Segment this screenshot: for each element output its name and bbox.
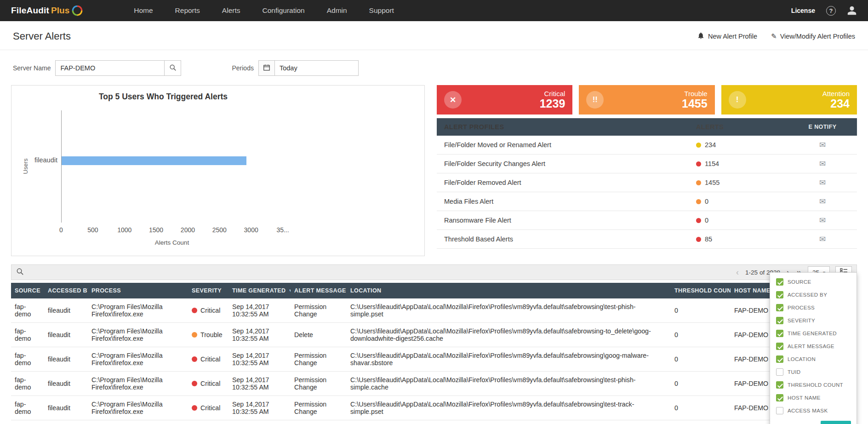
checkbox[interactable]: [776, 278, 783, 286]
cell-severity: Critical: [188, 347, 228, 372]
column-header-accessed-by[interactable]: ACCESSED BY: [44, 283, 88, 298]
notify-envelope-icon[interactable]: ✉: [819, 160, 826, 168]
column-header-time-generated[interactable]: TIME GENERATED▼: [228, 283, 291, 298]
brand-swoosh-icon: [71, 5, 83, 17]
cell-process: C:\Program Files\Mozilla Firefox\firefox…: [88, 347, 188, 372]
column-header-severity[interactable]: SEVERITY: [188, 283, 228, 298]
checkbox[interactable]: [776, 368, 783, 376]
checkbox[interactable]: [776, 330, 783, 337]
alert-count: 234: [705, 141, 716, 149]
checkbox[interactable]: [776, 317, 783, 324]
checkbox[interactable]: [776, 407, 783, 414]
table-row[interactable]: fap-demo fileaudit C:\Program Files\Mozi…: [11, 372, 857, 396]
server-name-input[interactable]: [55, 60, 165, 76]
main-menu: Home Reports Alerts Configuration Admin …: [134, 6, 394, 15]
column-option[interactable]: ALERT MESSAGE: [770, 340, 857, 353]
license-button[interactable]: License: [791, 7, 815, 14]
column-header-threshold-count[interactable]: THRESHOLD COUNT: [671, 283, 731, 298]
notify-envelope-icon[interactable]: ✉: [819, 141, 826, 149]
grid-search-icon[interactable]: [16, 268, 24, 277]
column-option[interactable]: ACCESSED BY: [770, 288, 857, 301]
trouble-card[interactable]: !! Trouble 1455: [579, 85, 714, 115]
checkbox[interactable]: [776, 394, 783, 401]
notify-envelope-icon[interactable]: ✉: [819, 216, 826, 225]
chart-x-tick: 500: [87, 226, 98, 234]
cell-threshold-count: 0: [671, 323, 731, 347]
help-icon[interactable]: ?: [826, 6, 836, 16]
cell-location: C:\Users\fileaudit\AppData\Local\Mozilla…: [347, 372, 671, 396]
checkbox-label: ACCESSED BY: [788, 292, 827, 298]
cell-alert-message: Permission Change: [291, 372, 347, 396]
card-label: Trouble: [682, 90, 708, 97]
table-row[interactable]: fap-demo fileaudit C:\Program Files\Mozi…: [11, 347, 857, 372]
checkbox-label: PROCESS: [788, 305, 815, 310]
profile-row[interactable]: File/Folder Moved or Renamed Alert 234 ✉: [437, 136, 857, 155]
checkbox[interactable]: [776, 381, 783, 389]
right-column: ✕ Critical 1239 !! Trouble 1455 ! Attent…: [437, 85, 857, 249]
column-option[interactable]: TIME GENERATED: [770, 327, 857, 340]
user-icon[interactable]: [847, 6, 857, 16]
notify-envelope-icon[interactable]: ✉: [819, 235, 826, 244]
profile-row[interactable]: Ransomware File Alert 0 ✉: [437, 211, 857, 230]
pagination-prev-button[interactable]: ‹: [735, 268, 740, 276]
page-title: Server Alerts: [13, 30, 71, 42]
table-row[interactable]: fap-demo fileaudit C:\Program Files\Mozi…: [11, 396, 857, 420]
table-row[interactable]: fap-demo fileaudit C:\Program Files\Mozi…: [11, 323, 857, 347]
view-modify-profiles-button[interactable]: ✎ View/Modify Alert Profiles: [771, 32, 855, 40]
server-search-button[interactable]: [165, 60, 181, 76]
column-header-source[interactable]: SOURCE: [11, 283, 44, 298]
alert-count: 0: [705, 217, 708, 224]
periods-input[interactable]: [275, 60, 359, 76]
alert-profiles-header: ALERT PROFILES ALERTS E NOTIFY: [437, 118, 857, 136]
column-option[interactable]: SEVERITY: [770, 314, 857, 327]
profile-row[interactable]: File/Folder Removed Alert 1455 ✉: [437, 173, 857, 192]
nav-item-configuration[interactable]: Configuration: [262, 6, 304, 15]
calendar-button[interactable]: [258, 60, 275, 76]
checkbox[interactable]: [776, 355, 783, 363]
chart-x-tick: 3000: [244, 226, 258, 234]
checkbox[interactable]: [776, 304, 783, 311]
column-header-process[interactable]: PROCESS: [88, 283, 188, 298]
content-row: Top 5 Users Who Triggered Alerts Users f…: [0, 83, 868, 256]
nav-item-reports[interactable]: Reports: [175, 6, 200, 15]
profile-row[interactable]: Media Files Alert 0 ✉: [437, 192, 857, 211]
checkbox[interactable]: [776, 291, 783, 298]
checkbox-label: ACCESS MASK: [788, 408, 828, 413]
profile-row[interactable]: Threshold Based Alerts 85 ✉: [437, 230, 857, 249]
alert-count-dot: [696, 218, 701, 223]
critical-card[interactable]: ✕ Critical 1239: [437, 85, 572, 115]
column-option[interactable]: SOURCE: [770, 275, 857, 288]
notify-envelope-icon[interactable]: ✉: [819, 197, 826, 206]
cell-alert-message: Permission Change: [291, 396, 347, 420]
apply-columns-button[interactable]: [821, 421, 851, 424]
severity-dot: [192, 332, 197, 338]
fileaudit-logo[interactable]: FileAudit Plus: [11, 5, 83, 17]
alert-count: 85: [705, 235, 712, 243]
column-header-location[interactable]: LOCATION: [347, 283, 671, 298]
cell-process: C:\Program Files\Mozilla Firefox\firefox…: [88, 396, 188, 420]
brand-suffix: Plus: [51, 6, 69, 16]
profile-row[interactable]: File/Folder Security Changes Alert 1154 …: [437, 155, 857, 173]
cell-threshold-count: 0: [671, 347, 731, 372]
column-option[interactable]: THRESHOLD COUNT: [770, 378, 857, 391]
nav-item-support[interactable]: Support: [369, 6, 394, 15]
cell-location: C:\Users\fileaudit\AppData\Local\Mozilla…: [347, 396, 671, 420]
cell-time-generated: Sep 14,2017 10:32:55 AM: [228, 298, 291, 323]
cell-accessed-by: fileaudit: [44, 323, 88, 347]
table-row[interactable]: fap-demo fileaudit C:\Program Files\Mozi…: [11, 298, 857, 323]
nav-item-alerts[interactable]: Alerts: [222, 6, 240, 15]
column-option[interactable]: HOST NAME: [770, 391, 857, 404]
column-option[interactable]: ACCESS MASK: [770, 404, 857, 417]
column-header-alert-message[interactable]: ALERT MESSAGE: [291, 283, 347, 298]
checkbox[interactable]: [776, 343, 783, 350]
nav-item-admin[interactable]: Admin: [327, 6, 347, 15]
column-option[interactable]: LOCATION: [770, 353, 857, 366]
notify-envelope-icon[interactable]: ✉: [819, 178, 826, 187]
attention-card[interactable]: ! Attention 234: [721, 85, 857, 115]
column-option[interactable]: TUID: [770, 366, 857, 378]
checkbox-label: LOCATION: [788, 356, 816, 362]
column-option[interactable]: PROCESS: [770, 301, 857, 314]
nav-item-home[interactable]: Home: [134, 6, 153, 15]
new-alert-profile-button[interactable]: New Alert Profile: [697, 32, 757, 41]
severity-dot: [192, 381, 197, 386]
